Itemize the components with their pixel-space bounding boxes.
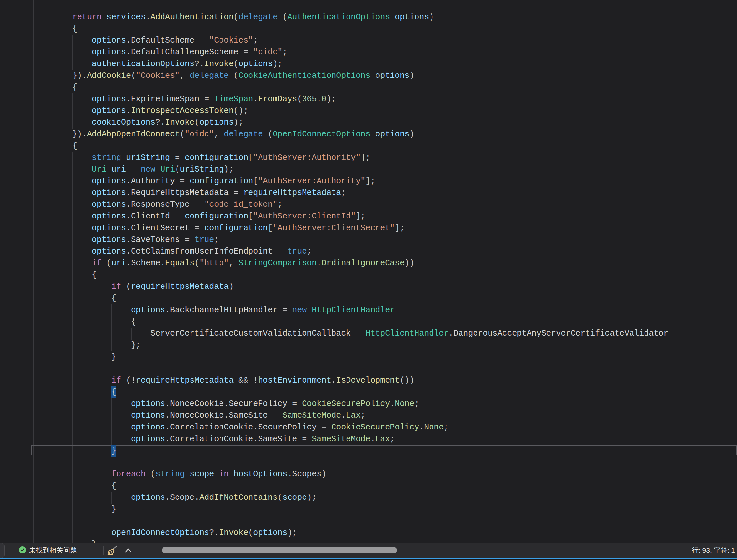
code-line[interactable]: if (requireHttpsMetadata) <box>14 281 737 293</box>
code-line[interactable]: options.BackchannelHttpHandler = new Htt… <box>14 304 737 316</box>
code-line[interactable]: { <box>14 316 737 328</box>
code-line[interactable]: }; <box>14 340 737 351</box>
code-line[interactable]: }).AddAbpOpenIdConnect("oidc", delegate … <box>14 129 737 140</box>
check-circle-icon <box>19 546 26 553</box>
code-line[interactable]: openIdConnectOptions?.Invoke(options); <box>14 527 737 539</box>
code-line[interactable]: options.CorrelationCookie.SecurePolicy =… <box>14 422 737 433</box>
code-line[interactable]: } <box>14 351 737 363</box>
code-editor[interactable]: return services.AddAuthentication(delega… <box>0 0 737 543</box>
code-line[interactable]: foreach (string scope in hostOptions.Sco… <box>14 469 737 480</box>
code-line[interactable]: { <box>14 293 737 304</box>
code-line[interactable]: } <box>14 539 737 543</box>
code-line[interactable]: if (!requireHttpsMetadata && !hostEnviro… <box>14 375 737 386</box>
divider <box>103 546 104 555</box>
code-line[interactable]: string uriString = configuration["AuthSe… <box>14 152 737 164</box>
divider <box>120 546 120 555</box>
code-line[interactable]: options.DefaultScheme = "Cookies"; <box>14 35 737 47</box>
horizontal-scrollbar-thumb[interactable] <box>162 547 397 553</box>
code-line[interactable]: authenticationOptions?.Invoke(options); <box>14 58 737 70</box>
code-line[interactable]: Uri uri = new Uri(uriString); <box>14 164 737 175</box>
code-line[interactable]: if (uri.Scheme.Equals("http", StringComp… <box>14 258 737 269</box>
code-line[interactable]: options.Authority = configuration["AuthS… <box>14 175 737 187</box>
code-line[interactable]: { <box>14 140 737 152</box>
code-line[interactable] <box>14 515 737 527</box>
code-line[interactable]: { <box>14 269 737 281</box>
code-line[interactable]: options.ExpireTimeSpan = TimeSpan.FromDa… <box>14 93 737 105</box>
code-line[interactable]: options.ClientSecret = configuration["Au… <box>14 222 737 234</box>
code-line[interactable]: ServerCertificateCustomValidationCallbac… <box>14 328 737 340</box>
panel-tab-stub[interactable] <box>0 543 5 558</box>
code-line[interactable]: { <box>14 23 737 35</box>
code-line[interactable]: { <box>14 386 737 398</box>
code-line[interactable]: }).AddCookie("Cookies", delegate (Cookie… <box>14 70 737 82</box>
app-window: return services.AddAuthentication(delega… <box>0 0 737 560</box>
code-line[interactable]: options.Scope.AddIfNotContains(scope); <box>14 492 737 504</box>
broom-icon[interactable] <box>106 544 118 557</box>
code-line[interactable]: } <box>14 504 737 515</box>
code-line[interactable]: return services.AddAuthentication(delega… <box>14 11 737 23</box>
code-line[interactable] <box>14 363 737 375</box>
code-line-current[interactable]: } <box>14 445 737 457</box>
chevron-up-icon[interactable] <box>123 545 134 556</box>
code-line[interactable]: options.ClientId = configuration["AuthSe… <box>14 211 737 222</box>
code-line[interactable]: options.IntrospectAccessToken(); <box>14 105 737 117</box>
code-line[interactable]: options.ResponseType = "code id_token"; <box>14 199 737 211</box>
problems-status[interactable]: 未找到相关问题 <box>29 543 77 558</box>
code-line[interactable]: options.NonceCookie.SameSite = SameSiteM… <box>14 410 737 422</box>
code-line[interactable]: options.GetClaimsFromUserInfoEndpoint = … <box>14 246 737 258</box>
status-bar: 未找到相关问题 行: 93, 字符: 1 <box>0 543 737 558</box>
code-line[interactable]: options.SaveTokens = true; <box>14 234 737 246</box>
code-area[interactable]: return services.AddAuthentication(delega… <box>14 11 737 543</box>
caret-position-indicator[interactable]: 行: 93, 字符: 1 <box>692 543 735 558</box>
code-line[interactable]: { <box>14 82 737 93</box>
code-line[interactable]: options.RequireHttpsMetadata = requireHt… <box>14 187 737 199</box>
code-line[interactable] <box>14 457 737 469</box>
code-line[interactable]: { <box>14 480 737 492</box>
code-line[interactable]: options.CorrelationCookie.SameSite = Sam… <box>14 433 737 445</box>
code-line[interactable]: options.DefaultChallengeScheme = "oidc"; <box>14 47 737 58</box>
code-line[interactable]: cookieOptions?.Invoke(options); <box>14 117 737 129</box>
code-line[interactable]: options.NonceCookie.SecurePolicy = Cooki… <box>14 398 737 410</box>
